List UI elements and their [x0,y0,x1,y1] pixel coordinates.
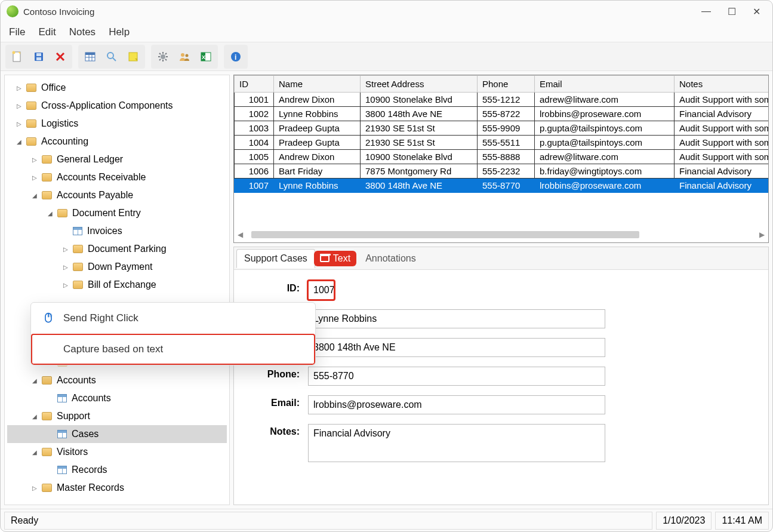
tree-support[interactable]: ◢Support [7,407,227,425]
tree-accounts-leaf[interactable]: Accounts [7,389,227,407]
tree-general-ledger[interactable]: ▷General Ledger [7,150,227,168]
email-field[interactable]: lrobbins@proseware.com [308,395,605,414]
table-row[interactable]: 1004Pradeep Gupta21930 SE 51st St555-551… [235,136,769,150]
menu-send-right-click[interactable]: Send Right Click [31,303,315,334]
users-button[interactable] [175,47,194,66]
maximize-button[interactable]: ☐ [728,6,736,17]
col-name[interactable]: Name [274,76,361,93]
tree-accounts-payable[interactable]: ◢Accounts Payable [7,186,227,204]
menubar: File Edit Notes Help [1,22,772,42]
status-text: Ready [4,512,652,530]
label-phone: Phone: [240,367,300,380]
detail-tabs: Support Cases Text Annotations [234,247,768,270]
col-id[interactable]: ID [235,76,274,93]
minimize-button[interactable]: — [701,6,711,17]
tree-invoices[interactable]: Invoices [7,222,227,240]
status-date: 1/10/2023 [656,512,712,530]
col-phone[interactable]: Phone [478,76,535,93]
grid-hscrollbar[interactable]: ◀ ▶ [238,229,765,240]
svg-line-23 [165,59,167,60]
menu-edit[interactable]: Edit [38,26,56,38]
excel-button[interactable]: X [196,47,215,66]
status-time: 11:41 AM [715,512,769,530]
delete-button[interactable] [51,47,70,66]
label-id: ID: [240,281,300,294]
svg-line-22 [159,53,161,54]
tab-support-cases[interactable]: Support Cases [236,249,315,268]
label-email: Email: [240,395,300,408]
settings-button[interactable] [153,47,173,66]
address-field[interactable]: 3800 148th Ave NE [308,338,605,357]
col-street[interactable]: Street Address [361,76,478,93]
info-button[interactable]: i [226,47,245,66]
svg-line-24 [165,53,167,54]
window-controls: — ☐ ✕ [701,6,766,17]
content: ▷Office ▷Cross-Application Components ▷L… [1,71,772,509]
scroll-thumb[interactable] [251,231,639,238]
tree-records[interactable]: Records [7,461,227,479]
blank-icon [42,343,55,356]
tree-office[interactable]: ▷Office [7,79,227,97]
tree-master-records[interactable]: ▷Master Records [7,479,227,497]
note-button[interactable] [124,47,143,66]
context-menu: Send Right Click Capture based on text [30,302,316,365]
svg-rect-5 [36,57,41,60]
table-row[interactable]: 1001Andrew Dixon10900 Stonelake Blvd555-… [235,93,769,107]
text-badge[interactable]: Text [314,251,356,266]
detail-panel: Support Cases Text Annotations ID: 1007 … [233,247,769,505]
svg-point-2 [13,51,16,54]
notes-field[interactable] [308,424,605,462]
tree-cross-app[interactable]: ▷Cross-Application Components [7,97,227,115]
name-field[interactable]: Lynne Robbins [308,309,605,328]
tree-accounts-receivable[interactable]: ▷Accounts Receivable [7,168,227,186]
sidebar: ▷Office ▷Cross-Application Components ▷L… [4,75,230,505]
save-button[interactable] [29,47,48,66]
svg-point-13 [107,53,113,59]
tree-bill-of-exchange[interactable]: ▷Bill of Exchange [7,276,227,294]
tree-document-entry[interactable]: ◢Document Entry [7,204,227,222]
svg-rect-9 [85,53,95,55]
grid-button[interactable] [81,47,100,66]
scroll-right-icon[interactable]: ▶ [759,230,765,239]
tab-annotations[interactable]: Annotations [358,249,424,268]
menu-capture-based-on-text[interactable]: Capture based on text [31,334,315,365]
col-notes[interactable]: Notes [675,76,769,93]
svg-rect-4 [36,53,41,56]
app-title: Contoso Invoicing [23,7,94,17]
tree-accounting[interactable]: ◢Accounting [7,133,227,150]
table-row[interactable]: 1005Andrew Dixon10900 Stonelake Blvd555-… [235,150,769,164]
nav-tree[interactable]: ▷Office ▷Cross-Application Components ▷L… [5,75,229,505]
table-row[interactable]: 1002Lynne Robbins3800 148th Ave NE555-87… [235,107,769,121]
tree-logistics[interactable]: ▷Logistics [7,115,227,133]
svg-text:i: i [235,53,236,61]
svg-text:X: X [202,54,205,60]
tree-document-parking[interactable]: ▷Document Parking [7,240,227,258]
app-icon [7,5,19,17]
tree-cases[interactable]: Cases [7,425,227,443]
id-field[interactable]: 1007 [308,281,334,300]
menu-notes[interactable]: Notes [69,26,96,38]
new-button[interactable] [8,47,27,66]
svg-rect-15 [129,53,137,61]
tree-accounts-folder[interactable]: ◢Accounts [7,371,227,389]
table-row[interactable]: 1007Lynne Robbins3800 148th Ave NE555-87… [235,179,769,193]
table-row[interactable]: 1006Bart Friday7875 Montgomery Rd555-223… [235,164,769,179]
scroll-left-icon[interactable]: ◀ [238,230,243,239]
search-button[interactable] [102,47,121,66]
label-notes: Notes: [240,424,300,437]
tree-visitors[interactable]: ◢Visitors [7,443,227,461]
menu-help[interactable]: Help [109,26,130,38]
app-window: Contoso Invoicing — ☐ ✕ File Edit Notes … [0,0,773,532]
statusbar: Ready 1/10/2023 11:41 AM [1,509,772,531]
mouse-icon [42,312,55,325]
data-grid[interactable]: ID Name Street Address Phone Email Notes… [233,75,769,243]
svg-point-27 [186,54,189,57]
tree-down-payment[interactable]: ▷Down Payment [7,258,227,276]
svg-line-14 [113,58,116,61]
col-email[interactable]: Email [535,76,675,93]
phone-field[interactable]: 555-8770 [308,367,605,386]
detail-form: ID: 1007 Name: Lynne Robbins Address: 38… [234,270,768,478]
menu-file[interactable]: File [9,26,25,38]
table-row[interactable]: 1003Pradeep Gupta21930 SE 51st St555-990… [235,121,769,136]
close-button[interactable]: ✕ [753,6,760,17]
